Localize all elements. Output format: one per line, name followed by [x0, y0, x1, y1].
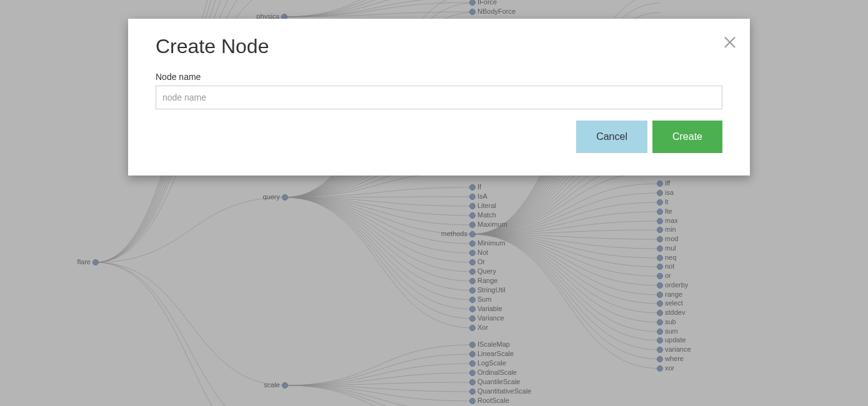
create-button[interactable]: Create — [652, 121, 722, 153]
create-node-modal: Create Node Node name Cancel Create — [128, 19, 750, 176]
close-icon[interactable] — [721, 32, 739, 50]
node-name-label: Node name — [156, 72, 722, 82]
cancel-button[interactable]: Cancel — [576, 121, 647, 153]
node-name-input[interactable] — [156, 86, 722, 109]
modal-title: Create Node — [156, 35, 722, 58]
